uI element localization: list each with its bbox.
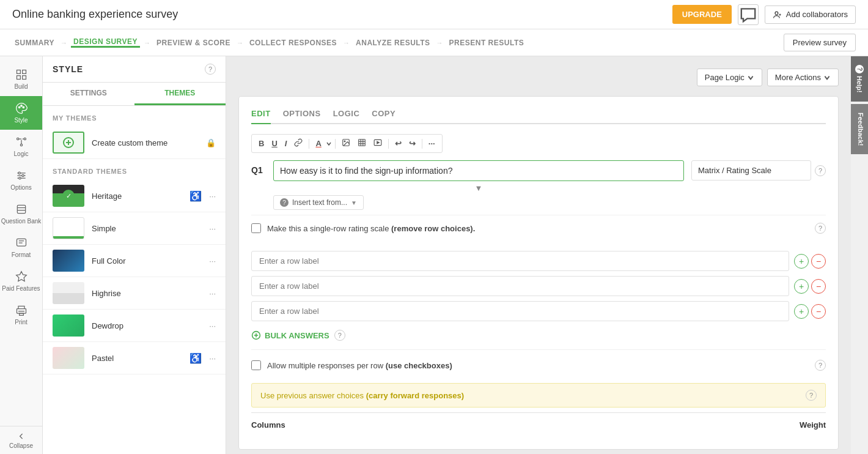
sidebar-item-format[interactable]: Format bbox=[0, 231, 42, 264]
svg-rect-30 bbox=[359, 140, 366, 146]
allow-multiple-checkbox[interactable] bbox=[251, 360, 261, 370]
page-logic-button[interactable]: Page Logic bbox=[697, 69, 762, 86]
underline-button[interactable]: U bbox=[268, 137, 280, 150]
tab-themes[interactable]: THEMES bbox=[134, 83, 226, 105]
sidebar-item-logic[interactable]: Logic bbox=[0, 130, 42, 163]
theme-item-simple[interactable]: Simple ··· bbox=[43, 212, 226, 245]
question-type-select[interactable]: Matrix / Rating Scale bbox=[691, 160, 811, 180]
theme-item-highrise[interactable]: Highrise ··· bbox=[43, 277, 226, 310]
nav-step-collect[interactable]: COLLECT RESPONSES bbox=[247, 39, 339, 47]
pastel-name: Pastel bbox=[92, 354, 182, 363]
row-label-input-2[interactable] bbox=[251, 276, 789, 296]
comment-icon-button[interactable] bbox=[738, 4, 759, 25]
pastel-more-btn[interactable]: ··· bbox=[209, 354, 216, 363]
image-button[interactable] bbox=[339, 136, 353, 151]
paid-icon bbox=[15, 270, 28, 283]
svg-point-29 bbox=[344, 141, 345, 142]
sidebar-item-style[interactable]: Style bbox=[0, 96, 42, 130]
tab-edit[interactable]: EDIT bbox=[251, 109, 271, 124]
nav-steps: SUMMARY → DESIGN SURVEY → PREVIEW & SCOR… bbox=[12, 37, 526, 48]
font-color-button[interactable]: A bbox=[312, 137, 324, 150]
add-collab-label: Add collaborators bbox=[786, 10, 848, 19]
feedback-tab[interactable]: Feedback! bbox=[851, 104, 868, 154]
heritage-more-btn[interactable]: ··· bbox=[209, 192, 216, 201]
add-row-btn-1[interactable]: + bbox=[794, 254, 809, 269]
row-label-input-3[interactable] bbox=[251, 301, 789, 321]
svg-rect-3 bbox=[17, 76, 20, 80]
undo-button[interactable]: ↩ bbox=[392, 137, 405, 150]
page-logic-label: Page Logic bbox=[705, 73, 745, 82]
svg-point-7 bbox=[23, 106, 24, 108]
table-button[interactable] bbox=[355, 136, 369, 151]
nav-step-preview[interactable]: PREVIEW & SCORE bbox=[154, 39, 233, 47]
tab-options[interactable]: OPTIONS bbox=[283, 109, 321, 124]
redo-button[interactable]: ↪ bbox=[406, 137, 419, 150]
sidebar-item-options[interactable]: Options bbox=[0, 163, 42, 197]
nav-step-summary[interactable]: SUMMARY bbox=[12, 39, 57, 47]
nav-step-analyze[interactable]: ANALYZE RESULTS bbox=[353, 39, 433, 47]
link-button[interactable] bbox=[291, 136, 306, 151]
remove-row-btn-1[interactable]: − bbox=[811, 254, 826, 269]
full-color-more-btn[interactable]: ··· bbox=[209, 256, 216, 266]
simple-more-btn[interactable]: ··· bbox=[209, 224, 216, 233]
insert-text-button[interactable]: ? Insert text from... ▼ bbox=[273, 195, 364, 210]
standard-themes-label: STANDARD THEMES bbox=[43, 159, 226, 180]
tab-logic[interactable]: LOGIC bbox=[333, 109, 360, 124]
options-label: Options bbox=[10, 184, 31, 191]
carry-forward-help-icon[interactable]: ? bbox=[806, 390, 817, 401]
pastel-thumb bbox=[53, 347, 84, 369]
sidebar-item-paid[interactable]: Paid Features bbox=[0, 264, 42, 298]
bulk-answers-button[interactable]: BULK ANSWERS bbox=[251, 330, 329, 340]
question-expand-icon[interactable]: ▼ bbox=[273, 184, 684, 193]
right-help-sidebar: ? Help! Feedback! bbox=[851, 56, 868, 454]
icon-sidebar: Build Style Logic Options bbox=[0, 56, 43, 454]
highrise-more-btn[interactable]: ··· bbox=[209, 289, 216, 298]
bold-button[interactable]: B bbox=[256, 137, 267, 150]
media-button[interactable] bbox=[370, 136, 385, 151]
remove-row-btn-2[interactable]: − bbox=[811, 279, 826, 294]
add-row-btn-3[interactable]: + bbox=[794, 304, 809, 319]
remove-row-btn-3[interactable]: − bbox=[811, 304, 826, 319]
link-icon bbox=[294, 138, 303, 147]
collapse-icon bbox=[17, 431, 26, 441]
question-type-help-icon[interactable]: ? bbox=[815, 165, 826, 176]
more-format-button[interactable]: ··· bbox=[425, 137, 438, 150]
preview-survey-button[interactable]: Preview survey bbox=[784, 34, 856, 51]
help-tab[interactable]: ? Help! bbox=[851, 56, 868, 102]
style-panel-header: STYLE ? bbox=[43, 56, 226, 83]
row-label-input-1[interactable] bbox=[251, 251, 789, 271]
single-row-checkbox[interactable] bbox=[251, 223, 261, 233]
more-actions-button[interactable]: More Actions bbox=[767, 69, 839, 86]
upgrade-button[interactable]: UPGRADE bbox=[672, 5, 732, 24]
theme-item-dewdrop[interactable]: Dewdrop ··· bbox=[43, 310, 226, 342]
create-custom-theme-item[interactable]: Create custom theme 🔒 bbox=[43, 127, 226, 159]
theme-item-heritage[interactable]: ✓ Heritage ♿ ··· bbox=[43, 180, 226, 212]
nav-step-design[interactable]: DESIGN SURVEY bbox=[71, 37, 140, 48]
create-custom-thumb bbox=[53, 132, 84, 154]
italic-button[interactable]: I bbox=[282, 137, 290, 150]
row-btns-2: + − bbox=[794, 279, 826, 294]
allow-multiple-label: Allow multiple responses per row (use ch… bbox=[267, 361, 452, 370]
tab-copy[interactable]: COPY bbox=[372, 109, 395, 124]
row-label-row-1: + − bbox=[251, 251, 826, 271]
question-bank-label: Question Bank bbox=[1, 218, 42, 225]
dewdrop-more-btn[interactable]: ··· bbox=[209, 321, 216, 330]
header-actions: UPGRADE Add collaborators bbox=[672, 4, 856, 25]
nav-step-present[interactable]: PRESENT RESULTS bbox=[447, 39, 527, 47]
allow-multiple-help-icon[interactable]: ? bbox=[815, 360, 826, 371]
add-collaborators-button[interactable]: Add collaborators bbox=[765, 6, 856, 24]
tab-settings[interactable]: SETTINGS bbox=[43, 83, 134, 105]
single-row-help-icon[interactable]: ? bbox=[815, 223, 826, 234]
question-text-input[interactable] bbox=[273, 160, 684, 181]
theme-item-pastel[interactable]: Pastel ♿ ··· bbox=[43, 342, 226, 374]
style-help-icon[interactable]: ? bbox=[205, 64, 216, 75]
collapse-button[interactable]: Collapse bbox=[0, 426, 42, 454]
add-row-btn-2[interactable]: + bbox=[794, 279, 809, 294]
theme-item-full-color[interactable]: Full Color ··· bbox=[43, 245, 226, 277]
bulk-answers-help-icon[interactable]: ? bbox=[334, 330, 345, 341]
row-label-row-3: + − bbox=[251, 301, 826, 321]
sidebar-item-build[interactable]: Build bbox=[0, 62, 42, 96]
sidebar-item-print[interactable]: Print bbox=[0, 298, 42, 332]
single-row-label: Make this a single-row rating scale (rem… bbox=[267, 224, 475, 233]
sidebar-item-question-bank[interactable]: Question Bank bbox=[0, 197, 42, 231]
